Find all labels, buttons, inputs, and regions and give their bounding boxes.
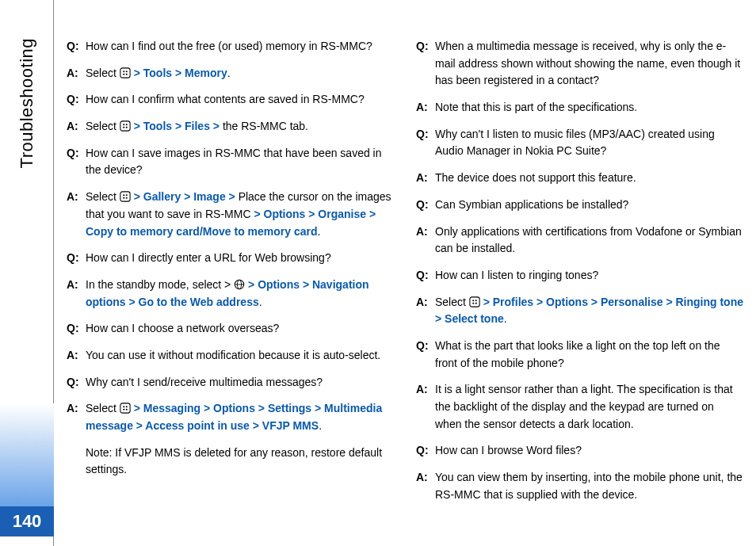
menu-key-icon: [469, 296, 480, 307]
note-text: Note: If VFJP MMS is deleted for any rea…: [86, 445, 394, 479]
a-label: A:: [67, 277, 86, 311]
menu-key-icon: [120, 402, 131, 413]
qa-item: A: Select > Messaging > Options > Settin…: [67, 400, 394, 434]
svg-point-22: [126, 409, 128, 410]
a-pre: In the standby mode, select >: [86, 278, 234, 291]
svg-point-3: [123, 73, 124, 74]
qa-item: Q: How can I confirm what contents are s…: [67, 91, 394, 109]
q-label: Q:: [67, 320, 86, 338]
a-link: > Tools > Memory: [134, 67, 227, 79]
side-rail: Troubleshooting 140: [0, 0, 54, 546]
a-pre: Select: [435, 296, 469, 308]
a-label: A:: [416, 294, 435, 328]
a-text: You can use it without modification beca…: [86, 347, 394, 365]
column-right: Q: When a multimedia message is received…: [416, 38, 743, 533]
menu-key-icon: [120, 190, 131, 201]
q-label: Q:: [416, 126, 435, 160]
svg-rect-23: [470, 296, 479, 306]
svg-point-13: [123, 197, 124, 199]
svg-point-1: [123, 71, 124, 72]
a-text: Select > Messaging > Options > Settings …: [86, 400, 394, 434]
a-text: Select > Gallery > Image > Place the cur…: [86, 189, 394, 240]
qa-item: A: You can view them by inserting, into …: [416, 469, 743, 503]
a-label: A:: [416, 223, 435, 258]
qa-item: A: Select > Tools > Memory.: [67, 65, 394, 82]
q-text: Can Symbian applications be installed?: [435, 197, 743, 214]
a-label: A:: [67, 347, 86, 365]
q-label: Q:: [416, 38, 435, 90]
svg-point-2: [126, 71, 128, 72]
a-text: Select > Tools > Memory.: [86, 65, 394, 82]
qa-item: A: Only applications with certifications…: [416, 223, 743, 258]
qa-item: Q: How can I save images in RS-MMC that …: [67, 145, 394, 179]
svg-point-26: [472, 302, 474, 304]
qa-item: Q: How can I directly enter a URL for We…: [67, 250, 394, 267]
svg-point-4: [126, 73, 128, 74]
a-post: .: [227, 67, 231, 79]
qa-item: A: Select > Profiles > Options > Persona…: [416, 294, 743, 328]
q-text: How can I browse Word files?: [435, 442, 743, 460]
page-number: 140: [0, 506, 54, 536]
a-label: A:: [416, 170, 435, 187]
content-area: Q: How can I find out the free (or used)…: [67, 38, 743, 533]
a-label: A:: [416, 469, 435, 503]
a-post: .: [504, 312, 507, 325]
qa-item: A: Note that this is part of the specifi…: [416, 99, 743, 116]
q-text: Why can't I send/receive multimedia mess…: [86, 374, 394, 391]
a-post: .: [259, 296, 262, 308]
q-text: Why can't I listen to music files (MP3/A…: [435, 126, 743, 160]
a-post: .: [318, 225, 321, 238]
svg-point-11: [123, 194, 124, 196]
svg-point-19: [123, 407, 124, 408]
section-title: Troubleshooting: [17, 38, 37, 168]
q-text: How can I listen to ringing tones?: [435, 267, 743, 284]
q-text: How can I choose a network overseas?: [86, 320, 394, 338]
qa-item: Q: When a multimedia message is received…: [416, 38, 743, 90]
qa-item: A: The device does not support this feat…: [416, 170, 743, 187]
q-label: Q:: [416, 442, 435, 460]
qa-item: Q: How can I browse Word files?: [416, 442, 743, 460]
note-item: Note: If VFJP MMS is deleted for any rea…: [67, 445, 394, 479]
q-label: Q:: [67, 91, 86, 109]
q-text: How can I confirm what contents are save…: [86, 91, 394, 109]
a-label: A:: [416, 381, 435, 433]
a-label: A:: [67, 118, 86, 136]
a-text: In the standby mode, select > > Options …: [86, 277, 394, 311]
a-label: A:: [67, 400, 86, 434]
a-text: Select > Tools > Files > the RS-MMC tab.: [86, 118, 394, 136]
qa-item: A: You can use it without modification b…: [67, 347, 394, 365]
svg-point-7: [126, 124, 128, 125]
q-text: When a multimedia message is received, w…: [435, 38, 743, 90]
a-post: the RS-MMC tab.: [223, 120, 308, 132]
qa-item: A: Select > Tools > Files > the RS-MMC t…: [67, 118, 394, 136]
q-text: What is the part that looks like a light…: [435, 338, 743, 372]
q-text: How can I directly enter a URL for Web b…: [86, 250, 394, 267]
a-text: It is a light sensor rather than a light…: [435, 381, 743, 433]
a-pre: Select: [86, 67, 120, 79]
qa-item: Q: How can I find out the free (or used)…: [67, 38, 394, 55]
svg-point-14: [126, 197, 128, 199]
svg-point-20: [126, 407, 128, 408]
svg-point-6: [123, 124, 124, 125]
qa-item: Q: Can Symbian applications be installed…: [416, 197, 743, 214]
a-link: > Profiles > Options > Personalise > Rin…: [435, 296, 743, 326]
svg-point-24: [472, 300, 474, 301]
svg-rect-0: [120, 68, 130, 78]
a-label: A:: [67, 65, 86, 82]
a-text: You can view them by inserting, into the…: [435, 469, 743, 503]
svg-point-9: [126, 127, 128, 128]
svg-point-8: [123, 127, 124, 128]
a-link: > Tools > Files >: [134, 120, 223, 132]
a-post: .: [319, 419, 322, 432]
qa-item: Q: Why can't I send/receive multimedia m…: [67, 374, 394, 391]
side-gradient: [0, 403, 54, 506]
a-pre: Select: [86, 190, 120, 203]
section-title-container: Troubleshooting: [0, 0, 54, 317]
a-link: > Messaging > Options > Settings > Multi…: [86, 402, 382, 432]
a-text: Select > Profiles > Options > Personalis…: [435, 294, 743, 328]
globe-icon: [234, 278, 245, 289]
a-pre: Select: [86, 120, 120, 132]
qa-item: Q: How can I listen to ringing tones?: [416, 267, 743, 284]
qa-item: A: It is a light sensor rather than a li…: [416, 381, 743, 433]
q-text: How can I save images in RS-MMC that hav…: [86, 145, 394, 179]
